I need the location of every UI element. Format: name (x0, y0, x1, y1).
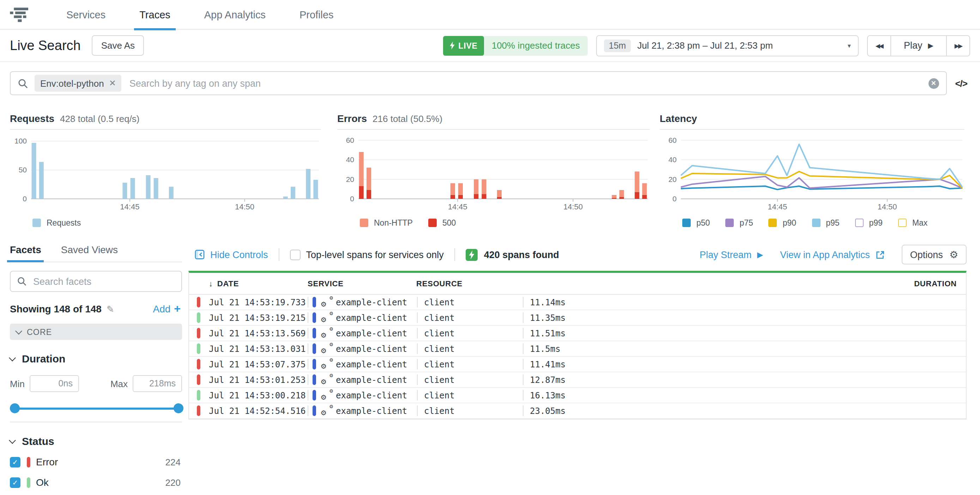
legend-swatch (812, 219, 820, 227)
facet-label[interactable]: Error (36, 456, 58, 468)
svg-text:0: 0 (350, 195, 354, 203)
table-row[interactable]: Jul 21 14:53:19.215 ⚙⚙ example-client cl… (189, 310, 966, 326)
nav-item-profiles[interactable]: Profiles (299, 0, 334, 29)
row-date: Jul 21 14:53:13.031 (209, 344, 308, 354)
row-service-cell: ⚙⚙ example-client (308, 359, 417, 370)
live-indicator[interactable]: LIVE 100% ingested traces (443, 36, 587, 56)
nav-item-services[interactable]: Services (66, 0, 105, 29)
legend-item-p99[interactable]: p99 (855, 219, 883, 227)
ok-checkbox[interactable]: ✓ (10, 477, 21, 488)
view-in-app-analytics-link[interactable]: View in App Analytics (780, 249, 885, 260)
facet-search-box[interactable] (10, 271, 182, 292)
column-header-duration[interactable]: DURATION (914, 279, 966, 288)
app-window: Services Traces App Analytics Profiles L… (0, 0, 980, 495)
search-icon (18, 78, 28, 89)
fast-forward-button[interactable]: ▶▶ (946, 36, 969, 56)
svg-text:14:45: 14:45 (448, 202, 468, 211)
column-header-service[interactable]: SERVICE (308, 279, 416, 288)
table-row[interactable]: Jul 21 14:53:19.733 ⚙⚙ example-client cl… (189, 295, 966, 310)
table-row[interactable]: Jul 21 14:53:00.218 ⚙⚙ example-client cl… (189, 388, 966, 403)
svg-text:14:45: 14:45 (120, 202, 139, 211)
chart-title: Requests (10, 113, 54, 124)
play-icon: ▶ (757, 250, 763, 259)
rewind-button[interactable]: ◀◀ (868, 36, 890, 56)
row-service-cell: ⚙⚙ example-client (308, 297, 417, 308)
status-section-header[interactable]: Status (10, 435, 182, 447)
legend-item-p90[interactable]: p90 (769, 219, 796, 227)
table-row[interactable]: Jul 21 14:53:13.031 ⚙⚙ example-client cl… (189, 341, 966, 357)
legend-item-500[interactable]: 500 (428, 219, 456, 227)
save-as-button[interactable]: Save As (92, 35, 144, 56)
table-row[interactable]: Jul 21 14:53:01.253 ⚙⚙ example-client cl… (189, 372, 966, 388)
remove-tag-icon[interactable]: ✕ (109, 78, 116, 88)
play-stream-button[interactable]: Play Stream ▶ (700, 249, 763, 260)
requests-chart-plot: 05010014:4514:50 (10, 131, 321, 216)
slider-track[interactable] (16, 407, 179, 409)
chart-title: Latency (660, 113, 697, 124)
clear-search-icon[interactable]: ✕ (928, 78, 939, 89)
search-bar[interactable]: Env:otel-python ✕ ✕ (10, 71, 947, 95)
duration-slider (10, 403, 182, 414)
play-button[interactable]: Play ▶ (890, 36, 946, 56)
duration-max-input[interactable] (133, 375, 182, 392)
slider-handle-max[interactable] (173, 403, 183, 413)
live-badge: LIVE (443, 36, 484, 56)
errors-chart: 020406014:4514:50 (337, 131, 650, 216)
charts-row: Requests 428 total (0.5 req/s) 05010014:… (0, 113, 980, 227)
core-section-header[interactable]: CORE (10, 324, 182, 340)
tab-facets[interactable]: Facets (10, 244, 41, 262)
column-header-resource[interactable]: RESOURCE (416, 279, 914, 288)
time-range-picker[interactable]: 15m Jul 21, 2:38 pm – Jul 21, 2:53 pm ▾ (596, 35, 859, 56)
legend-item-p95[interactable]: p95 (812, 219, 839, 227)
service-color-pill (313, 297, 316, 308)
table-row[interactable]: Jul 21 14:53:13.569 ⚙⚙ example-client cl… (189, 326, 966, 341)
service-color-pill (313, 390, 316, 400)
slider-handle-min[interactable] (10, 403, 20, 413)
facet-search-input[interactable] (32, 275, 175, 287)
service-cogs-icon: ⚙⚙ (321, 312, 333, 323)
duration-section-header[interactable]: Duration (10, 352, 182, 365)
toplevel-spans-label: Top-level spans for services only (306, 249, 444, 260)
trace-table: ↓ DATE SERVICE RESOURCE DURATION Jul 21 … (188, 271, 967, 420)
requests-chart-legend: Requests (10, 219, 321, 227)
options-button[interactable]: Options ⚙ (902, 245, 967, 265)
toplevel-spans-checkbox[interactable] (290, 249, 301, 260)
table-row[interactable]: Jul 21 14:53:07.375 ⚙⚙ example-client cl… (189, 357, 966, 372)
legend-item-max[interactable]: Max (898, 219, 928, 227)
fast-forward-icon: ▶▶ (955, 42, 962, 49)
row-service-cell: ⚙⚙ example-client (308, 328, 417, 339)
legend-item-non-http[interactable]: Non-HTTP (360, 219, 413, 227)
table-row[interactable]: Jul 21 14:52:54.516 ⚙⚙ example-client cl… (189, 403, 966, 419)
trace-table-body: Jul 21 14:53:19.733 ⚙⚙ example-client cl… (189, 295, 966, 419)
row-service: example-client (336, 406, 407, 416)
apm-flamegraph-logo-icon[interactable] (10, 6, 30, 23)
showing-count-text: Showing 148 of 148 (10, 303, 102, 314)
search-input[interactable] (128, 77, 922, 89)
error-checkbox[interactable]: ✓ (10, 457, 21, 467)
column-header-date[interactable]: ↓ DATE (209, 279, 308, 288)
plus-icon: + (174, 303, 181, 315)
nav-item-traces[interactable]: Traces (139, 0, 170, 29)
duration-minmax-row: Min Max (10, 375, 182, 392)
legend-swatch (725, 219, 734, 227)
hide-controls-button[interactable]: Hide Controls (195, 249, 268, 260)
row-service: example-client (336, 344, 407, 354)
legend-label: p50 (696, 219, 710, 227)
tab-saved-views[interactable]: Saved Views (61, 244, 118, 262)
legend-swatch (898, 219, 907, 227)
row-resource: client (418, 297, 523, 307)
results-area: Hide Controls Top-level spans for servic… (188, 244, 967, 488)
search-tag-chip[interactable]: Env:otel-python ✕ (35, 75, 122, 92)
add-facet-button[interactable]: Add + (153, 303, 182, 315)
row-status-pill (197, 359, 200, 370)
service-color-pill (313, 328, 316, 338)
code-view-icon[interactable]: </> (955, 78, 967, 89)
facet-label[interactable]: Ok (36, 477, 49, 488)
legend-item-requests[interactable]: Requests (32, 219, 81, 227)
legend-item-p50[interactable]: p50 (682, 219, 710, 227)
legend-swatch (32, 219, 41, 227)
duration-min-input[interactable] (30, 375, 79, 392)
edit-pencil-icon[interactable]: ✎ (107, 303, 114, 314)
nav-item-app-analytics[interactable]: App Analytics (204, 0, 266, 29)
legend-item-p75[interactable]: p75 (725, 219, 753, 227)
